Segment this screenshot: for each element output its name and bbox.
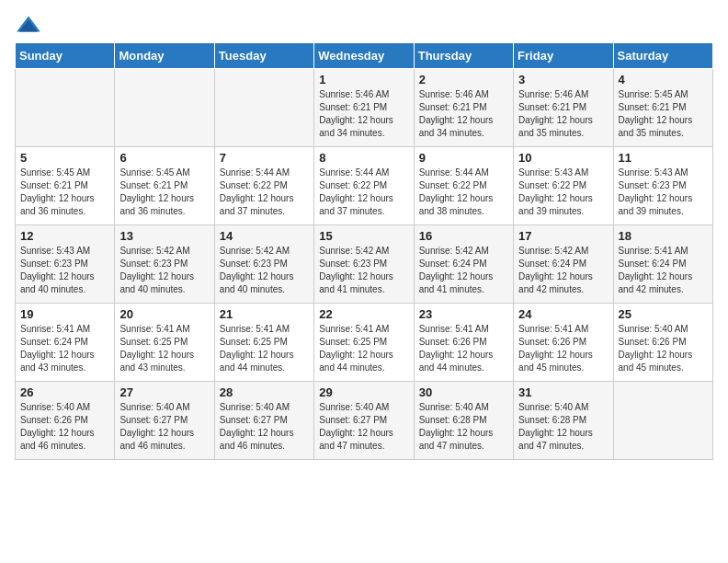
day-info: Sunrise: 5:41 AM Sunset: 6:24 PM Dayligh…: [619, 245, 708, 296]
column-header-friday: Friday: [514, 43, 613, 69]
day-number: 21: [220, 307, 309, 321]
day-info: Sunrise: 5:42 AM Sunset: 6:23 PM Dayligh…: [119, 245, 209, 296]
day-info: Sunrise: 5:45 AM Sunset: 6:21 PM Dayligh…: [20, 167, 109, 218]
day-info: Sunrise: 5:40 AM Sunset: 6:26 PM Dayligh…: [20, 401, 109, 453]
day-info: Sunrise: 5:40 AM Sunset: 6:26 PM Dayligh…: [619, 323, 708, 374]
column-header-sunday: Sunday: [16, 43, 115, 69]
calendar-week-2: 5Sunrise: 5:45 AM Sunset: 6:21 PM Daylig…: [16, 147, 713, 225]
calendar-cell: [214, 69, 313, 147]
day-info: Sunrise: 5:40 AM Sunset: 6:28 PM Dayligh…: [518, 401, 608, 453]
calendar-cell: 2Sunrise: 5:46 AM Sunset: 6:21 PM Daylig…: [414, 69, 513, 147]
day-info: Sunrise: 5:41 AM Sunset: 6:24 PM Dayligh…: [20, 323, 109, 374]
day-number: 1: [319, 73, 408, 86]
calendar-cell: 27Sunrise: 5:40 AM Sunset: 6:27 PM Dayli…: [115, 382, 214, 460]
calendar-cell: 22Sunrise: 5:41 AM Sunset: 6:25 PM Dayli…: [314, 304, 414, 382]
day-info: Sunrise: 5:44 AM Sunset: 6:22 PM Dayligh…: [319, 167, 408, 218]
calendar-week-1: 1Sunrise: 5:46 AM Sunset: 6:21 PM Daylig…: [16, 69, 713, 147]
day-info: Sunrise: 5:43 AM Sunset: 6:22 PM Dayligh…: [518, 167, 608, 218]
day-info: Sunrise: 5:41 AM Sunset: 6:25 PM Dayligh…: [319, 323, 408, 374]
day-info: Sunrise: 5:41 AM Sunset: 6:26 PM Dayligh…: [518, 323, 608, 374]
calendar-cell: 1Sunrise: 5:46 AM Sunset: 6:21 PM Daylig…: [314, 69, 414, 147]
calendar-cell: 11Sunrise: 5:43 AM Sunset: 6:23 PM Dayli…: [613, 147, 712, 225]
calendar-cell: 4Sunrise: 5:45 AM Sunset: 6:21 PM Daylig…: [613, 69, 712, 147]
day-number: 31: [518, 385, 608, 399]
calendar-body: 1Sunrise: 5:46 AM Sunset: 6:21 PM Daylig…: [16, 69, 713, 460]
day-info: Sunrise: 5:44 AM Sunset: 6:22 PM Dayligh…: [419, 167, 508, 218]
column-header-wednesday: Wednesday: [314, 43, 414, 69]
calendar-cell: 8Sunrise: 5:44 AM Sunset: 6:22 PM Daylig…: [314, 147, 414, 225]
calendar-cell: 20Sunrise: 5:41 AM Sunset: 6:25 PM Dayli…: [115, 304, 214, 382]
day-number: 23: [419, 307, 508, 321]
day-number: 30: [419, 385, 508, 399]
day-info: Sunrise: 5:41 AM Sunset: 6:25 PM Dayligh…: [119, 323, 209, 374]
day-number: 29: [319, 385, 408, 399]
day-number: 10: [518, 151, 608, 165]
day-info: Sunrise: 5:42 AM Sunset: 6:23 PM Dayligh…: [319, 245, 408, 296]
page-header: [15, 15, 713, 33]
calendar-cell: 13Sunrise: 5:42 AM Sunset: 6:23 PM Dayli…: [115, 225, 214, 304]
calendar-week-3: 12Sunrise: 5:43 AM Sunset: 6:23 PM Dayli…: [16, 225, 713, 304]
day-number: 22: [319, 307, 408, 321]
day-number: 4: [619, 73, 708, 86]
calendar-cell: [613, 382, 712, 460]
day-info: Sunrise: 5:46 AM Sunset: 6:21 PM Dayligh…: [518, 88, 608, 140]
day-info: Sunrise: 5:40 AM Sunset: 6:27 PM Dayligh…: [319, 401, 408, 453]
day-number: 26: [20, 385, 109, 399]
calendar-table: SundayMondayTuesdayWednesdayThursdayFrid…: [15, 42, 713, 460]
calendar-cell: 10Sunrise: 5:43 AM Sunset: 6:22 PM Dayli…: [514, 147, 613, 225]
calendar-cell: 9Sunrise: 5:44 AM Sunset: 6:22 PM Daylig…: [414, 147, 513, 225]
day-number: 25: [619, 307, 708, 321]
day-number: 13: [119, 229, 209, 243]
day-info: Sunrise: 5:45 AM Sunset: 6:21 PM Dayligh…: [619, 88, 708, 140]
day-number: 11: [619, 151, 708, 165]
day-number: 6: [119, 151, 209, 165]
day-number: 19: [20, 307, 109, 321]
calendar-cell: 15Sunrise: 5:42 AM Sunset: 6:23 PM Dayli…: [314, 225, 414, 304]
day-number: 3: [518, 73, 608, 86]
calendar-cell: 17Sunrise: 5:42 AM Sunset: 6:24 PM Dayli…: [514, 225, 613, 304]
calendar-cell: 30Sunrise: 5:40 AM Sunset: 6:28 PM Dayli…: [414, 382, 513, 460]
day-number: 5: [20, 151, 109, 165]
day-info: Sunrise: 5:42 AM Sunset: 6:23 PM Dayligh…: [220, 245, 309, 296]
calendar-cell: 18Sunrise: 5:41 AM Sunset: 6:24 PM Dayli…: [613, 225, 712, 304]
day-info: Sunrise: 5:41 AM Sunset: 6:26 PM Dayligh…: [419, 323, 508, 374]
calendar-cell: 23Sunrise: 5:41 AM Sunset: 6:26 PM Dayli…: [414, 304, 513, 382]
calendar-cell: 5Sunrise: 5:45 AM Sunset: 6:21 PM Daylig…: [16, 147, 115, 225]
calendar-cell: 16Sunrise: 5:42 AM Sunset: 6:24 PM Dayli…: [414, 225, 513, 304]
day-number: 8: [319, 151, 408, 165]
day-number: 28: [220, 385, 309, 399]
day-info: Sunrise: 5:42 AM Sunset: 6:24 PM Dayligh…: [518, 245, 608, 296]
calendar-cell: 29Sunrise: 5:40 AM Sunset: 6:27 PM Dayli…: [314, 382, 414, 460]
calendar-cell: 31Sunrise: 5:40 AM Sunset: 6:28 PM Dayli…: [514, 382, 613, 460]
calendar-cell: 12Sunrise: 5:43 AM Sunset: 6:23 PM Dayli…: [16, 225, 115, 304]
column-header-saturday: Saturday: [613, 43, 712, 69]
calendar-cell: 7Sunrise: 5:44 AM Sunset: 6:22 PM Daylig…: [214, 147, 313, 225]
day-info: Sunrise: 5:44 AM Sunset: 6:22 PM Dayligh…: [220, 167, 309, 218]
calendar-cell: 21Sunrise: 5:41 AM Sunset: 6:25 PM Dayli…: [214, 304, 313, 382]
day-number: 20: [119, 307, 209, 321]
calendar-cell: 26Sunrise: 5:40 AM Sunset: 6:26 PM Dayli…: [16, 382, 115, 460]
day-info: Sunrise: 5:42 AM Sunset: 6:24 PM Dayligh…: [419, 245, 508, 296]
day-number: 12: [20, 229, 109, 243]
day-info: Sunrise: 5:41 AM Sunset: 6:25 PM Dayligh…: [220, 323, 309, 374]
calendar-cell: 24Sunrise: 5:41 AM Sunset: 6:26 PM Dayli…: [514, 304, 613, 382]
calendar-cell: 25Sunrise: 5:40 AM Sunset: 6:26 PM Dayli…: [613, 304, 712, 382]
day-info: Sunrise: 5:40 AM Sunset: 6:27 PM Dayligh…: [119, 401, 209, 453]
day-info: Sunrise: 5:45 AM Sunset: 6:21 PM Dayligh…: [119, 167, 209, 218]
day-info: Sunrise: 5:40 AM Sunset: 6:27 PM Dayligh…: [220, 401, 309, 453]
day-info: Sunrise: 5:46 AM Sunset: 6:21 PM Dayligh…: [419, 88, 508, 140]
calendar-cell: 14Sunrise: 5:42 AM Sunset: 6:23 PM Dayli…: [214, 225, 313, 304]
column-header-thursday: Thursday: [414, 43, 513, 69]
day-number: 27: [119, 385, 209, 399]
day-number: 16: [419, 229, 508, 243]
day-number: 14: [220, 229, 309, 243]
day-number: 24: [518, 307, 608, 321]
day-number: 18: [619, 229, 708, 243]
day-number: 17: [518, 229, 608, 243]
calendar-cell: 19Sunrise: 5:41 AM Sunset: 6:24 PM Dayli…: [16, 304, 115, 382]
calendar-week-4: 19Sunrise: 5:41 AM Sunset: 6:24 PM Dayli…: [16, 304, 713, 382]
day-number: 9: [419, 151, 508, 165]
logo-icon: [15, 15, 42, 33]
day-number: 7: [220, 151, 309, 165]
calendar-week-5: 26Sunrise: 5:40 AM Sunset: 6:26 PM Dayli…: [16, 382, 713, 460]
